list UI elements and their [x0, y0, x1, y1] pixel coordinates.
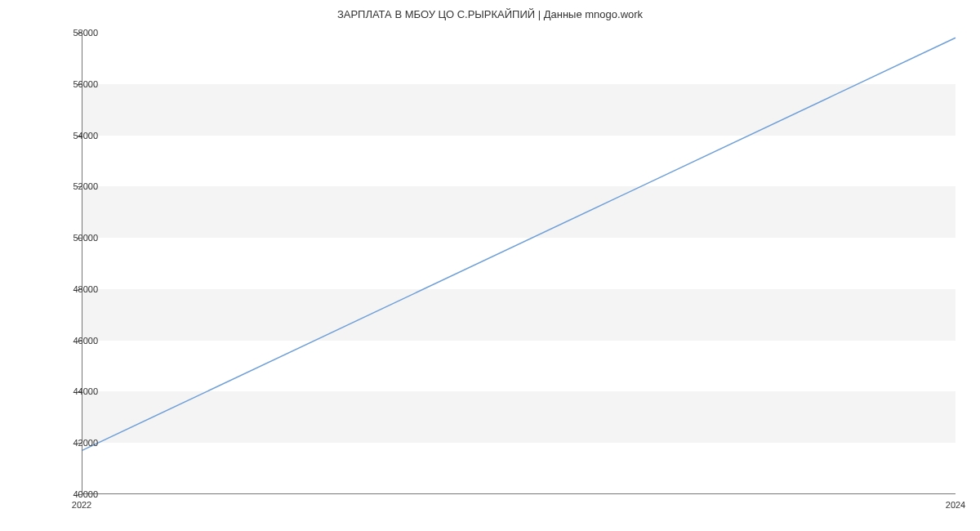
chart-plot-area: 20222024	[82, 33, 956, 494]
y-tick-label: 58000	[73, 28, 98, 38]
y-tick-label: 48000	[73, 284, 98, 294]
y-tick-label: 50000	[73, 233, 98, 243]
line-series	[82, 33, 956, 494]
x-tick-label: 2022	[72, 500, 91, 510]
chart-title: ЗАРПЛАТА В МБОУ ЦО С.РЫРКАЙПИЙ | Данные …	[0, 0, 980, 20]
x-axis	[82, 493, 956, 494]
y-axis	[82, 33, 82, 494]
y-tick-label: 56000	[73, 79, 98, 89]
y-tick-label: 44000	[73, 386, 98, 396]
y-tick-label: 42000	[73, 438, 98, 448]
plot-background	[82, 33, 956, 494]
y-tick-label: 40000	[73, 489, 98, 499]
x-tick-label: 2024	[946, 500, 965, 510]
y-tick-label: 52000	[73, 181, 98, 191]
y-tick-label: 46000	[73, 336, 98, 346]
y-tick-label: 54000	[73, 131, 98, 141]
